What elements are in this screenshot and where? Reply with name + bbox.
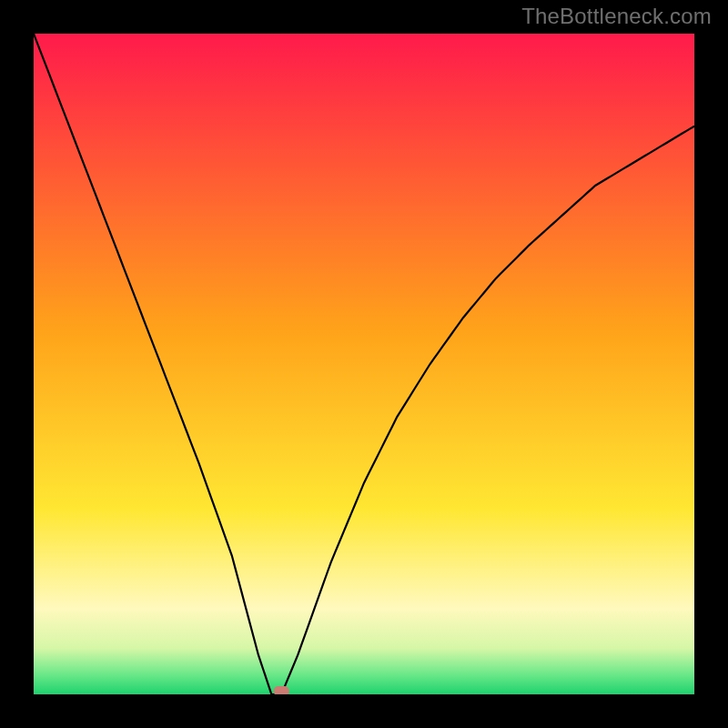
chart-svg bbox=[34, 34, 694, 694]
gradient-background bbox=[34, 34, 694, 694]
optimal-point-marker bbox=[274, 686, 289, 694]
chart-frame: TheBottleneck.com bbox=[0, 0, 728, 728]
plot-area bbox=[34, 34, 694, 694]
attribution-label: TheBottleneck.com bbox=[521, 4, 712, 29]
